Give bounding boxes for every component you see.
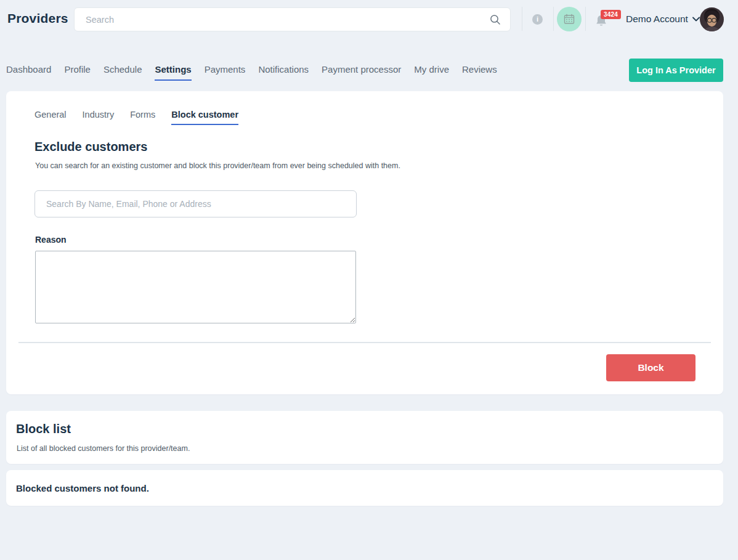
subtab-forms[interactable]: Forms <box>130 110 155 125</box>
nav-tab-profile[interactable]: Profile <box>64 64 91 79</box>
page: Providers i <box>0 0 738 560</box>
nav-tab-reviews[interactable]: Reviews <box>462 64 497 79</box>
global-search[interactable] <box>74 7 511 31</box>
notification-badge: 3424 <box>601 10 621 19</box>
customer-search-input[interactable] <box>34 190 357 217</box>
reason-textarea[interactable] <box>35 251 356 323</box>
nav-tab-settings[interactable]: Settings <box>155 64 191 81</box>
exclude-customers-heading: Exclude customers <box>34 140 147 154</box>
exclude-customers-description: You can search for an existing customer … <box>35 161 400 170</box>
reason-label: Reason <box>35 235 67 245</box>
notifications-button[interactable]: 3424 <box>593 11 620 30</box>
login-as-provider-button[interactable]: Log In As Provider <box>629 59 723 82</box>
account-menu[interactable]: Demo Account <box>626 14 700 25</box>
chevron-down-icon <box>692 17 700 22</box>
nav-tab-notifications[interactable]: Notifications <box>258 64 309 79</box>
header-divider <box>522 7 522 31</box>
provider-nav: Dashboard Profile Schedule Settings Paym… <box>6 64 497 81</box>
calendar-icon <box>563 13 575 25</box>
subtab-block-customer[interactable]: Block customer <box>171 110 238 125</box>
settings-card: General Industry Forms Block customer Ex… <box>6 91 723 394</box>
block-list-empty-message: Blocked customers not found. <box>16 483 149 493</box>
form-divider <box>18 342 711 343</box>
account-label: Demo Account <box>626 14 688 25</box>
global-search-input[interactable] <box>86 8 486 31</box>
block-list-card: Block list List of all blocked customers… <box>6 411 723 464</box>
nav-tab-dashboard[interactable]: Dashboard <box>6 64 51 79</box>
block-list-heading: Block list <box>16 422 71 436</box>
subtab-general[interactable]: General <box>34 110 67 125</box>
nav-tab-payments[interactable]: Payments <box>205 64 246 79</box>
nav-tab-schedule[interactable]: Schedule <box>103 64 142 79</box>
block-button[interactable]: Block <box>606 354 695 381</box>
settings-subtabs: General Industry Forms Block customer <box>34 110 238 125</box>
nav-tab-payment-processor[interactable]: Payment processor <box>322 64 401 79</box>
header-divider <box>585 7 586 31</box>
info-icon[interactable]: i <box>532 14 543 25</box>
nav-tab-my-drive[interactable]: My drive <box>414 64 449 79</box>
page-title: Providers <box>7 11 68 26</box>
avatar[interactable] <box>700 7 724 31</box>
top-header: Providers i <box>0 0 738 38</box>
block-list-description: List of all blocked customers for this p… <box>17 444 190 453</box>
block-list-empty-card: Blocked customers not found. <box>6 470 723 506</box>
subtab-industry[interactable]: Industry <box>83 110 115 125</box>
calendar-button[interactable] <box>557 7 582 31</box>
search-icon <box>489 14 501 26</box>
header-divider <box>553 7 554 31</box>
